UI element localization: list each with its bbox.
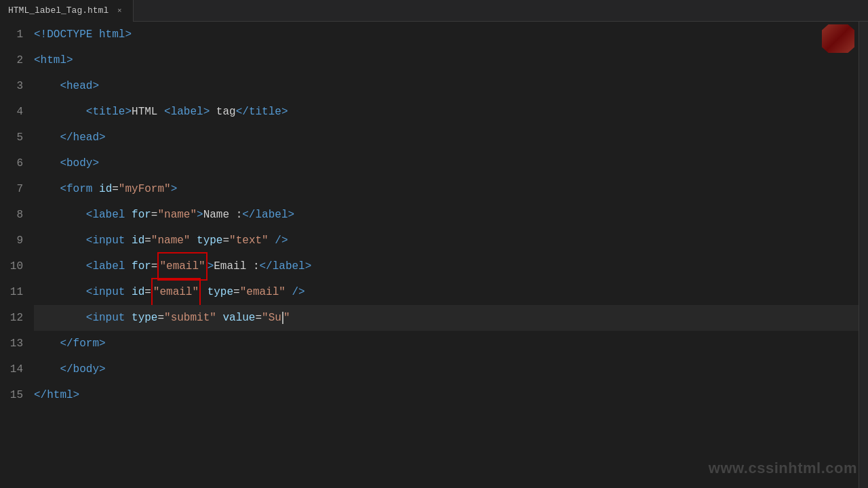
input3-value-partial: "Su bbox=[262, 305, 281, 331]
tab-filename: HTML_label_Tag.html bbox=[8, 5, 108, 16]
indent-9 bbox=[34, 228, 86, 253]
indent-3 bbox=[34, 73, 60, 99]
code-line-9: <input id = "name" type = "text" /> bbox=[34, 228, 868, 253]
line-number-7: 7 bbox=[0, 176, 23, 202]
equals-12a: = bbox=[157, 305, 164, 331]
label2-text: Email : bbox=[214, 253, 259, 279]
line-number-5: 5 bbox=[0, 125, 23, 150]
line-number-2: 2 bbox=[0, 47, 23, 73]
input2-self-close: /> bbox=[285, 279, 305, 305]
equals-11a: = bbox=[144, 279, 151, 305]
label1-open: <label bbox=[86, 202, 125, 228]
label2-tag-close: > bbox=[208, 253, 214, 279]
code-line-10: <label for = "email" > Email : </label> bbox=[34, 253, 868, 279]
html-close-tag: </html> bbox=[34, 382, 79, 408]
input1-type-value: "text" bbox=[229, 228, 269, 253]
code-line-6: <body> bbox=[34, 150, 868, 176]
line-number-1: 1 bbox=[0, 22, 23, 47]
input1-self-close: /> bbox=[269, 228, 288, 253]
line-numbers: 1 2 3 4 5 6 7 8 9 10 11 12 13 14 15 bbox=[0, 22, 34, 488]
equals-8: = bbox=[151, 202, 158, 228]
indent-14 bbox=[34, 357, 60, 382]
input3-tag: <input bbox=[86, 305, 125, 331]
input1-tag: <input bbox=[86, 228, 125, 253]
form-open-tag: <form bbox=[60, 176, 92, 202]
input3-value-attr: value bbox=[216, 305, 256, 331]
equals-11b: = bbox=[233, 279, 240, 305]
equals-9a: = bbox=[144, 228, 151, 253]
label1-for-attr: for bbox=[125, 202, 151, 228]
title-text-1: HTML bbox=[132, 99, 164, 125]
indent-11 bbox=[34, 279, 86, 305]
line-number-13: 13 bbox=[0, 331, 23, 357]
code-line-11: <input id = "email" type = "email" /> bbox=[34, 279, 868, 305]
input3-type-value: "submit" bbox=[164, 305, 216, 331]
doctype-tag: <!DOCTYPE html> bbox=[34, 22, 132, 47]
line-number-12: 12 bbox=[0, 305, 23, 331]
indent-6 bbox=[34, 150, 60, 176]
code-line-8: <label for = "name" > Name : </label> bbox=[34, 202, 868, 228]
input2-type-value: "email" bbox=[240, 279, 285, 305]
label2-for-value-highlighted: "email" bbox=[157, 252, 207, 281]
label1-text: Name : bbox=[203, 202, 243, 228]
code-editor: 1 2 3 4 5 6 7 8 9 10 11 12 13 14 15 <!DO… bbox=[0, 22, 868, 488]
code-line-13: </form> bbox=[34, 331, 868, 357]
form-close-tag: </form> bbox=[60, 331, 105, 357]
code-line-7: <form id = "myForm" > bbox=[34, 176, 868, 202]
line-number-10: 10 bbox=[0, 253, 23, 279]
head-open-tag: <head> bbox=[60, 73, 99, 99]
indent-5 bbox=[34, 125, 60, 150]
input1-id-attr: id bbox=[125, 228, 144, 253]
indent-4 bbox=[34, 99, 86, 125]
html-open-tag: <html> bbox=[34, 47, 73, 73]
label2-for-attr: for bbox=[125, 253, 151, 279]
input3-quote-close: " bbox=[283, 305, 290, 331]
indent-8 bbox=[34, 202, 86, 228]
label1-tag-close: > bbox=[197, 202, 203, 228]
line-number-6: 6 bbox=[0, 150, 23, 176]
editor-tab[interactable]: HTML_label_Tag.html × bbox=[0, 0, 134, 22]
head-close-tag: </head> bbox=[60, 125, 105, 150]
input2-id-attr: id bbox=[125, 279, 144, 305]
code-line-4: <title> HTML <label> tag </title> bbox=[34, 99, 868, 125]
title-bar: HTML_label_Tag.html × bbox=[0, 0, 868, 22]
indent-13 bbox=[34, 331, 60, 357]
top-right-decoration bbox=[822, 24, 854, 53]
indent-7 bbox=[34, 176, 60, 202]
code-line-5: </head> bbox=[34, 125, 868, 150]
equals-7: = bbox=[112, 176, 119, 202]
equals-12b: = bbox=[255, 305, 262, 331]
body-close-tag: </body> bbox=[60, 357, 105, 382]
body-open-tag: <body> bbox=[60, 150, 99, 176]
form-id-attr: id bbox=[92, 176, 112, 202]
label1-close-tag: </label> bbox=[242, 202, 294, 228]
label2-close-tag: </label> bbox=[259, 253, 311, 279]
form-id-value: "myForm" bbox=[119, 176, 171, 202]
label-tag-in-title: <label> bbox=[164, 99, 210, 125]
input2-type-attr: type bbox=[201, 279, 233, 305]
tab-close-button[interactable]: × bbox=[114, 5, 125, 16]
form-tag-close: > bbox=[171, 176, 178, 202]
equals-10: = bbox=[151, 253, 158, 279]
code-line-2: <html> bbox=[34, 47, 868, 73]
line-number-15: 15 bbox=[0, 382, 23, 408]
input1-id-value: "name" bbox=[151, 228, 191, 253]
title-open-tag: <title> bbox=[86, 99, 132, 125]
code-line-3: <head> bbox=[34, 73, 868, 99]
indent-10 bbox=[34, 253, 86, 279]
title-text-2: tag bbox=[210, 99, 235, 125]
label2-open: <label bbox=[86, 253, 125, 279]
code-line-14: </body> bbox=[34, 357, 868, 382]
input2-tag: <input bbox=[86, 279, 125, 305]
code-line-15: </html> bbox=[34, 382, 868, 408]
code-content[interactable]: <!DOCTYPE html> <html> <head> <title> HT… bbox=[34, 22, 868, 488]
line-number-3: 3 bbox=[0, 73, 23, 99]
line-number-8: 8 bbox=[0, 202, 23, 228]
code-line-1: <!DOCTYPE html> bbox=[34, 22, 868, 47]
title-close-tag: </title> bbox=[236, 99, 288, 125]
line-number-4: 4 bbox=[0, 99, 23, 125]
label1-for-value: "name" bbox=[157, 202, 197, 228]
scrollbar-right[interactable] bbox=[859, 22, 868, 488]
line-number-11: 11 bbox=[0, 279, 23, 305]
code-line-12: <input type = "submit" value = "Su" bbox=[34, 305, 868, 331]
